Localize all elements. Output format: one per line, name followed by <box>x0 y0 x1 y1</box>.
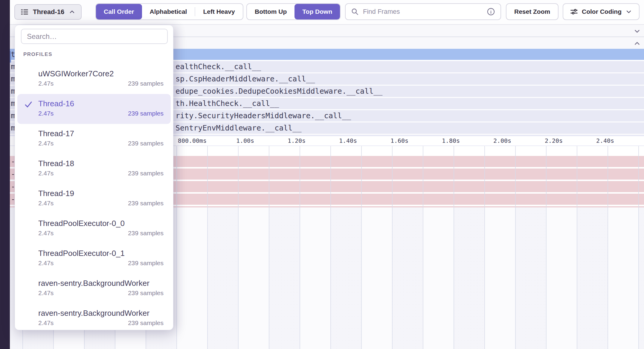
profile-duration: 2.47s <box>38 170 54 177</box>
profile-name: raven-sentry.BackgroundWorker <box>38 309 164 318</box>
axis-tick: 2.20s <box>545 137 563 144</box>
bottom-up-label: Bottom Up <box>255 8 287 15</box>
profile-duration: 2.47s <box>38 260 54 267</box>
profile-item[interactable]: Thread-19 2.47s 239 samples <box>17 184 171 214</box>
profile-item[interactable]: Thread-17 2.47s 239 samples <box>17 124 171 154</box>
sort-left-heavy-button[interactable]: Left Heavy <box>195 4 242 19</box>
frame-label: sp.CspHeaderMiddleware.__call__ <box>176 73 315 85</box>
profile-item[interactable]: uWSGIWorker7Core2 2.47s 239 samples <box>17 64 171 94</box>
thread-dropdown: PROFILES uWSGIWorker7Core2 2.47s 239 sam… <box>15 25 173 330</box>
profile-samples: 239 samples <box>128 110 164 117</box>
frame-label: rity.SecurityHeadersMiddleware.__call__ <box>176 110 351 122</box>
profiles-section-label: PROFILES <box>23 51 52 57</box>
frame-label: ealthCheck.__call__ <box>176 61 261 72</box>
profile-samples: 239 samples <box>128 230 164 237</box>
app-sidebar <box>0 0 10 349</box>
profile-samples: 239 samples <box>128 140 164 147</box>
top-down-label: Top Down <box>302 8 332 15</box>
axis-tick: 2.00s <box>493 137 511 144</box>
reset-zoom-button[interactable]: Reset Zoom <box>506 3 558 20</box>
thread-selector-button[interactable]: Thread-16 <box>14 4 82 20</box>
sort-alphabetical-label: Alphabetical <box>150 8 187 15</box>
color-coding-button[interactable]: Color Coding <box>563 3 640 20</box>
profile-item[interactable]: Thread-18 2.47s 239 samples <box>17 154 171 184</box>
profile-item[interactable]: ThreadPoolExecutor-0_0 2.47s 239 samples <box>17 214 171 244</box>
profile-name: Thread-16 <box>38 99 164 108</box>
sort-left-heavy-label: Left Heavy <box>203 8 235 15</box>
toolbar: Thread-16 Call Order Alphabetical Left H… <box>10 0 644 25</box>
profiling-flamegraph-screen: t m ealthCheck.__call__ m sp.CspHeaderMi… <box>0 0 644 349</box>
axis-tick: 1.80s <box>442 137 460 144</box>
list-icon <box>20 8 29 16</box>
axis-tick: 1.00s <box>236 137 254 144</box>
sliders-icon <box>570 7 578 16</box>
color-coding-label: Color Coding <box>582 8 622 15</box>
profile-item[interactable]: raven-sentry.BackgroundWorker 2.47s 239 … <box>17 304 171 330</box>
axis-tick: 1.20s <box>288 137 306 144</box>
sort-alphabetical-button[interactable]: Alphabetical <box>142 4 195 19</box>
profile-item[interactable]: ThreadPoolExecutor-0_1 2.47s 239 samples <box>17 244 171 274</box>
chevron-down-icon <box>625 8 632 15</box>
profile-samples: 239 samples <box>128 319 164 327</box>
profile-duration: 2.47s <box>38 319 54 327</box>
profile-samples: 239 samples <box>128 80 164 87</box>
chevron-up-icon <box>68 8 76 16</box>
axis-tick: 2.40s <box>596 137 614 144</box>
frame-label: edupe_cookies.DedupeCookiesMiddleware.__… <box>176 86 382 97</box>
sort-mode-group: Call Order Alphabetical Left Heavy <box>95 3 243 20</box>
find-frames-input[interactable] <box>362 7 483 16</box>
chevron-up-icon <box>633 40 641 47</box>
direction-group: Bottom Up Top Down <box>246 3 341 20</box>
profile-duration: 2.47s <box>38 80 54 87</box>
profile-samples: 239 samples <box>128 289 164 297</box>
profile-name: Thread-18 <box>38 159 164 168</box>
profiles-list: uWSGIWorker7Core2 2.47s 239 samples Thre… <box>15 64 173 330</box>
sort-call-order-button[interactable]: Call Order <box>96 4 142 19</box>
profile-samples: 239 samples <box>128 200 164 207</box>
flame-cursor-bar <box>10 51 11 63</box>
profile-duration: 2.47s <box>38 110 54 117</box>
axis-tick: 800.00ms <box>178 137 207 144</box>
profile-name: Thread-19 <box>38 189 164 198</box>
check-icon <box>24 100 33 110</box>
frame-label: th.HealthCheck.__call__ <box>176 98 279 109</box>
top-down-button[interactable]: Top Down <box>294 4 340 19</box>
axis-tick: 1.40s <box>339 137 357 144</box>
profile-item[interactable]: raven-sentry.BackgroundWorker 2.47s 239 … <box>17 274 171 304</box>
profile-name: ThreadPoolExecutor-0_1 <box>38 249 164 258</box>
axis-tick: 1.60s <box>390 137 408 144</box>
profile-name: Thread-17 <box>38 129 164 138</box>
search-icon <box>351 8 359 16</box>
profile-name: ThreadPoolExecutor-0_0 <box>38 219 164 228</box>
sort-call-order-label: Call Order <box>104 8 134 15</box>
profile-duration: 2.47s <box>38 230 54 237</box>
profile-duration: 2.47s <box>38 200 54 207</box>
profile-name: uWSGIWorker7Core2 <box>38 69 164 78</box>
info-icon[interactable] <box>487 7 495 16</box>
chevron-down-icon <box>633 27 641 35</box>
profile-samples: 239 samples <box>128 260 164 267</box>
frame-label: SentryEnvMiddleware.__call__ <box>176 122 301 134</box>
thread-selector-label: Thread-16 <box>33 8 64 16</box>
dropdown-search-input[interactable] <box>21 29 168 44</box>
profile-duration: 2.47s <box>38 140 54 147</box>
bottom-up-button[interactable]: Bottom Up <box>247 4 294 19</box>
profile-name: raven-sentry.BackgroundWorker <box>38 279 164 288</box>
profile-samples: 239 samples <box>128 170 164 177</box>
find-frames-box <box>345 3 501 20</box>
reset-zoom-label: Reset Zoom <box>514 8 550 15</box>
profile-item-selected[interactable]: Thread-16 2.47s 239 samples <box>17 94 171 124</box>
profile-duration: 2.47s <box>38 289 54 297</box>
